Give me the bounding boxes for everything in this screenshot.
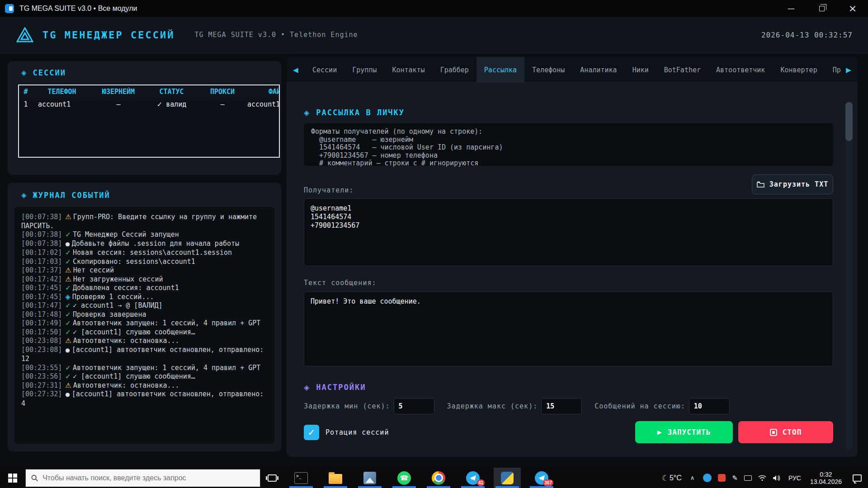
restore-icon — [819, 6, 825, 11]
tab[interactable]: Ники — [625, 57, 656, 83]
log-entry-text: Автоответчик: остановка... — [73, 337, 179, 345]
hidden-icons-chevron[interactable]: ∧ — [685, 474, 700, 481]
log-entry-text: ✓ [account1] слушаю сообщения… — [73, 328, 195, 336]
tablet-mode-button[interactable] — [741, 468, 755, 488]
python-icon — [501, 472, 514, 484]
tab[interactable]: Аналитика — [572, 57, 624, 83]
tray-telegram[interactable] — [700, 468, 715, 488]
app-photos[interactable] — [356, 468, 383, 488]
load-txt-button[interactable]: Загрузить TXT — [752, 174, 833, 194]
delay-min-label: Задержка мин (сек): — [304, 402, 390, 410]
messages-per-session-input[interactable] — [689, 398, 730, 414]
sessions-title-label: СЕССИИ — [33, 68, 66, 77]
cell-proxy: — — [198, 100, 247, 108]
moon-icon: ☾ — [662, 474, 669, 483]
col-status: СТАТУС — [146, 88, 198, 96]
settings-fields-row: Задержка мин (сек): Задержка макс (сек):… — [304, 398, 833, 414]
log-entry: [00:07:38]Добавьте файлы .session для на… — [21, 239, 268, 249]
tab-label: Автоответчик — [716, 66, 765, 74]
tab[interactable]: BotFather — [656, 57, 708, 83]
app-terminal[interactable]: >_ — [288, 468, 315, 488]
app-python-active[interactable] — [494, 468, 521, 488]
log-entry-icon — [65, 319, 71, 327]
tab[interactable]: Телефоны — [524, 57, 572, 83]
delay-min-input[interactable] — [394, 398, 434, 414]
red-app-tray-icon — [718, 474, 726, 482]
tray-app-red[interactable] — [715, 468, 729, 488]
weather-widget[interactable]: ☾ 5°C — [659, 468, 685, 488]
app-whatsapp[interactable]: ☎ — [391, 468, 418, 488]
tabs-scroll-left-button[interactable]: ◀ — [288, 57, 304, 83]
log-entry-text: Нет загруженных сессий — [73, 275, 163, 283]
message-input[interactable]: Привет! Это ваше сообщение. — [304, 291, 833, 366]
stop-icon — [770, 429, 777, 436]
language-indicator[interactable]: РУС — [784, 474, 806, 482]
app-chrome[interactable] — [425, 468, 452, 488]
pen-tray-button[interactable]: ✎ — [729, 468, 741, 488]
col-proxy: ПРОКСИ — [198, 88, 247, 96]
recipients-input[interactable]: @username1 1541464574 +79001234567 — [304, 198, 833, 266]
header-subtitle: TG MEGA SUITE v3.0 • Telethon Engine — [194, 31, 358, 39]
taskbar-apps: >_ ☎ 41 — [288, 468, 562, 488]
taskbar-clock[interactable]: 0:32 13.04.2026 — [806, 471, 846, 485]
tab[interactable]: Автоответчик — [708, 57, 773, 83]
search-input[interactable] — [42, 474, 255, 482]
tabs-scroll-right-button[interactable]: ▶ — [840, 57, 857, 83]
tab[interactable]: Рассылка — [476, 57, 524, 83]
tab[interactable]: Конвертер — [773, 57, 825, 83]
log-entry-icon — [65, 364, 71, 372]
log-entry-icon — [65, 390, 70, 398]
log-entry: [00:17:42]Нет загруженных сессий — [21, 275, 268, 284]
tab[interactable]: Группы — [344, 57, 384, 83]
running-indicator — [289, 486, 313, 488]
rotation-checkbox[interactable]: ✓ — [304, 425, 319, 440]
table-row[interactable]: 1 account1 — ✓валид — account1 — [19, 98, 280, 111]
chevron-right-icon: ▶ — [846, 66, 851, 74]
diamond-icon: ◈ — [304, 383, 310, 392]
volume-button[interactable] — [769, 468, 784, 488]
recipients-label: Получатели: — [304, 186, 354, 194]
log-entry-time: [00:17:45] — [21, 293, 62, 301]
start-button[interactable]: ▶ ЗАПУСТИТЬ — [635, 421, 733, 443]
log-entry-icon — [65, 381, 71, 389]
log-entry-text: Добавлена сессия: account1 — [73, 284, 179, 292]
app-telegram[interactable]: 41 — [459, 468, 486, 488]
tab[interactable]: Пр — [825, 57, 842, 83]
tab-label: Контакты — [392, 66, 425, 74]
log-entry-time: [00:23:56] — [21, 372, 62, 380]
log-entry: [00:17:02]Новая сессия: sessions\account… — [21, 249, 268, 258]
log-entry-icon — [65, 258, 71, 266]
info-line: @username — юзернейм — [311, 136, 826, 144]
info-line: 1541464574 — числовой User ID (из парсин… — [311, 144, 826, 152]
network-button[interactable] — [755, 468, 769, 488]
event-log[interactable]: [00:07:38]Групп-PRO: Введите ссылку на г… — [14, 207, 274, 444]
stop-button[interactable]: СТОП — [738, 421, 833, 443]
close-button[interactable]: × — [837, 0, 868, 17]
delay-max-group: Задержка макс (сек): — [447, 398, 582, 414]
tab[interactable]: Граббер — [433, 57, 476, 83]
log-entry-text: Нет сессий — [73, 266, 114, 274]
taskbar-search[interactable] — [25, 469, 260, 487]
action-center-icon[interactable] — [853, 474, 862, 482]
info-line: +79001234567 — номер телефона — [311, 152, 826, 160]
app-telegram-2[interactable]: 307 — [528, 468, 555, 488]
app-file-explorer[interactable] — [322, 468, 349, 488]
scrollbar[interactable] — [845, 101, 853, 450]
task-view-button[interactable] — [260, 468, 284, 488]
minimize-button[interactable]: — — [776, 0, 807, 17]
network-icon — [758, 475, 766, 481]
diamond-icon: ◈ — [304, 108, 310, 117]
log-entry-time: [00:17:02] — [21, 249, 62, 257]
load-txt-label: Загрузить TXT — [769, 180, 828, 188]
start-button-windows[interactable] — [0, 468, 25, 488]
tab[interactable]: Сессии — [305, 57, 344, 83]
log-entry-text: ✓ [account1] слушаю сообщения… — [73, 372, 195, 380]
log-entry-text: Скопировано: sessions\account1 — [73, 258, 195, 266]
tab-label: Конвертер — [780, 66, 817, 74]
window-titlebar: TG MEGA SUITE v3.0 • Все модули — × — [0, 0, 868, 17]
scrollbar-thumb[interactable] — [845, 102, 853, 141]
tab[interactable]: Контакты — [384, 57, 432, 83]
maximize-button[interactable] — [807, 0, 837, 17]
delay-max-input[interactable] — [541, 398, 582, 414]
sessions-table[interactable]: # ТЕЛЕФОН ЮЗЕРНЕЙМ СТАТУС ПРОКСИ ФАЙЛ 1 … — [18, 84, 280, 158]
